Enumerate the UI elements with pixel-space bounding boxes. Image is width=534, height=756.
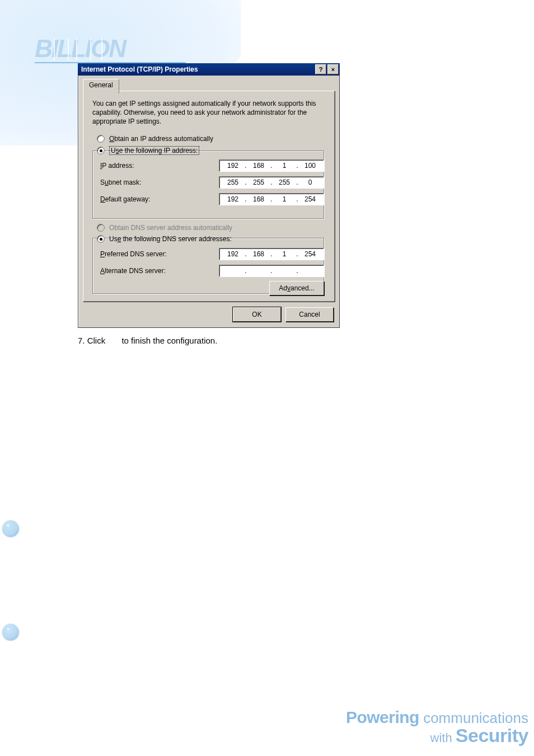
preferred-dns-input[interactable]: 192. 168. 1. 254: [219, 248, 324, 260]
ip-octet[interactable]: 254: [299, 250, 321, 258]
ip-address-input[interactable]: 192. 168. 1. 100: [219, 159, 324, 172]
tab-general[interactable]: General: [83, 79, 119, 93]
ip-address-label: IP address:: [92, 162, 134, 170]
gateway-row: Default gateway: 192. 168. 1. 254: [92, 193, 324, 205]
radio-use-following-dns[interactable]: Use the following DNS server addresses:: [97, 235, 232, 243]
radio-icon: [97, 147, 105, 154]
tagline-word-rest: communications: [419, 710, 528, 726]
decorative-dot: [2, 624, 19, 641]
ip-octet[interactable]: 168: [248, 195, 269, 203]
dialog-button-bar: OK Cancel: [78, 302, 339, 327]
tcpip-properties-dialog: Internet Protocol (TCP/IP) Properties ? …: [78, 63, 340, 327]
ip-octet[interactable]: 192: [222, 162, 243, 170]
tagline-with: with: [430, 731, 456, 745]
ip-octet[interactable]: 168: [248, 162, 269, 170]
ip-octet[interactable]: 255: [248, 179, 269, 186]
ip-octet[interactable]: 255: [222, 179, 243, 186]
preferred-dns-label: Preferred DNS server:: [92, 250, 167, 258]
ip-octet[interactable]: 0: [299, 179, 321, 186]
dialog-titlebar[interactable]: Internet Protocol (TCP/IP) Properties ? …: [78, 63, 340, 76]
tab-page: You can get IP settings assigned automat…: [83, 91, 335, 302]
ip-octet[interactable]: 1: [274, 162, 295, 170]
radio-obtain-ip-auto[interactable]: Obtain an IP address automatically: [97, 135, 213, 143]
ip-octet[interactable]: 255: [274, 179, 295, 186]
billion-logo: BILLION: [35, 35, 186, 66]
decorative-dot: [2, 520, 19, 537]
cancel-button[interactable]: Cancel: [285, 307, 334, 322]
advanced-button[interactable]: Advanced...: [269, 281, 324, 295]
subnet-mask-label: Subnet mask:: [92, 179, 141, 186]
footer-tagline: Powering communications with Security: [346, 708, 528, 746]
preferred-dns-row: Preferred DNS server: 192. 168. 1. 254: [92, 248, 324, 260]
ip-octet[interactable]: 1: [274, 195, 295, 203]
radio-icon: [97, 224, 105, 232]
ok-button[interactable]: OK: [233, 307, 281, 322]
radio-icon: [97, 135, 105, 143]
tab-strip: General: [83, 79, 335, 91]
ip-octet[interactable]: 254: [299, 195, 321, 203]
gateway-input[interactable]: 192. 168. 1. 254: [219, 193, 324, 205]
svg-text:BILLION: BILLION: [35, 35, 127, 62]
radio-label: Use the following IP address:: [109, 146, 199, 155]
step-prefix: 7. Click: [78, 336, 105, 345]
ip-octet[interactable]: 100: [299, 162, 321, 170]
tagline-word-strong: Powering: [346, 708, 419, 726]
step-suffix: to finish the configuration.: [121, 336, 217, 345]
ip-octet[interactable]: 1: [274, 250, 295, 258]
alternate-dns-label: Alternate DNS server:: [92, 267, 166, 275]
instruction-step-7: 7. Click to finish the configuration.: [78, 336, 217, 345]
radio-label: Obtain an IP address automatically: [109, 135, 213, 143]
dialog-body: General You can get IP settings assigned…: [78, 76, 340, 328]
close-button[interactable]: ×: [327, 64, 339, 74]
radio-label: Obtain DNS server address automatically: [109, 224, 232, 232]
description-text: You can get IP settings assigned automat…: [92, 99, 324, 126]
radio-label: Use the following DNS server addresses:: [109, 235, 232, 243]
alternate-dns-row: Alternate DNS server: . . .: [92, 265, 324, 277]
ip-octet[interactable]: 168: [248, 250, 269, 258]
gateway-label: Default gateway:: [92, 195, 150, 203]
help-button[interactable]: ?: [315, 64, 326, 74]
alternate-dns-input[interactable]: . . .: [219, 265, 324, 277]
radio-obtain-dns-auto: Obtain DNS server address automatically: [97, 224, 232, 232]
subnet-mask-row: Subnet mask: 255. 255. 255. 0: [92, 176, 324, 189]
radio-icon: [97, 235, 105, 243]
tagline-security: Security: [456, 725, 528, 746]
ip-octet[interactable]: 192: [222, 195, 243, 203]
dialog-title: Internet Protocol (TCP/IP) Properties: [81, 65, 198, 73]
subnet-mask-input[interactable]: 255. 255. 255. 0: [219, 176, 324, 189]
ip-address-row: IP address: 192. 168. 1. 100: [92, 159, 324, 172]
ip-octet[interactable]: 192: [222, 250, 243, 258]
radio-use-following-ip[interactable]: Use the following IP address:: [97, 146, 199, 155]
